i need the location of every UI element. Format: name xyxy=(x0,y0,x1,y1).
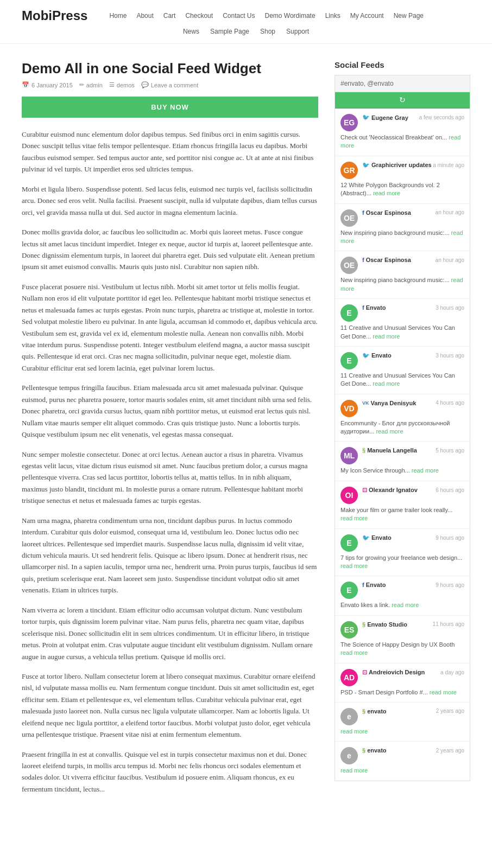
feed-readmore-14[interactable]: read more xyxy=(340,767,368,774)
social-feeds-title: Social Feeds xyxy=(335,60,470,69)
feed-item-9: E 🐦 Envato 9 hours ago 7 tips for gr xyxy=(335,529,470,577)
feed-readmore-8[interactable]: read more xyxy=(340,515,368,521)
feed-user-10: f Envato xyxy=(362,582,386,588)
nav-links[interactable]: Links xyxy=(325,12,340,20)
feed-meta-11: § Envato Studio 11 hours ago xyxy=(362,621,464,628)
feed-avatar-14: e xyxy=(340,747,358,764)
feed-time-2: an hour ago xyxy=(436,209,464,215)
nav-new-page[interactable]: New Page xyxy=(394,12,424,20)
feed-readmore-1[interactable]: read more xyxy=(373,190,400,196)
feed-time-9: 9 hours ago xyxy=(436,535,464,541)
feed-time-10: 9 hours ago xyxy=(436,582,464,588)
feed-text-8: Make your film or game trailer look real… xyxy=(340,506,464,523)
feed-time-12: a day ago xyxy=(440,669,464,675)
feed-header-10: E f Envato 9 hours ago xyxy=(340,582,464,599)
feed-readmore-5[interactable]: read more xyxy=(373,380,400,387)
feed-header-6: VD VK Vanya Denisyuk 4 hours ago xyxy=(340,400,464,417)
article-author: ✏ admin xyxy=(79,81,103,88)
envato-icon-14: § xyxy=(362,747,365,754)
envato-icon-11: § xyxy=(362,621,365,628)
feed-text-1: 12 White Polygon Backgrounds vol. 2 (Abs… xyxy=(340,181,464,198)
feed-user-12: ⊡ Andreiovich Design xyxy=(362,669,425,676)
nav-support[interactable]: Support xyxy=(286,28,309,35)
feed-readmore-6[interactable]: read more xyxy=(376,428,403,435)
feed-readmore-7[interactable]: read more xyxy=(412,467,439,474)
article-comment: 💬 Leave a comment xyxy=(141,81,198,88)
feed-meta-4: f Envato 3 hours ago xyxy=(362,304,464,311)
feed-header-13: e § envato 2 years ago xyxy=(340,708,464,725)
feed-text-6: Encommunity - Блог для русскоязычной ауд… xyxy=(340,419,464,436)
feed-meta-8: ⊡ Olexandr Ignatov 6 hours ago xyxy=(362,487,464,494)
nav-checkout[interactable]: Checkout xyxy=(185,12,213,20)
main-content: Demo All in one Social Feed Widget 📅 6 J… xyxy=(22,60,318,803)
feed-user-9: 🐦 Envato xyxy=(362,534,392,541)
feed-avatar-12: AD xyxy=(340,669,358,686)
feed-user-8: ⊡ Olexandr Ignatov xyxy=(362,487,418,494)
nav-about[interactable]: About xyxy=(136,12,153,20)
feed-readmore-11[interactable]: read more xyxy=(340,649,368,656)
site-logo[interactable]: MobiPress xyxy=(22,8,87,23)
feed-meta-6: VK Vanya Denisyuk 4 hours ago xyxy=(362,400,464,406)
feed-text-11: The Science of Happy Design by UX Booth … xyxy=(340,641,464,658)
feed-header-3: OE f Oscar Espinosa an hour ago xyxy=(340,257,464,274)
feed-item-7: ML § Manuela Langella 5 hours ago My xyxy=(335,442,470,481)
feed-avatar-8: OI xyxy=(340,487,358,504)
feed-text-3: New inspiring piano background music:...… xyxy=(340,276,464,293)
feed-avatar-10: E xyxy=(340,582,358,599)
feed-time-3: an hour ago xyxy=(436,257,464,263)
feed-item-5: E 🐦 Envato 3 hours ago 11 Creative a xyxy=(335,347,470,394)
feed-item-2: OE f Oscar Espinosa an hour ago New i xyxy=(335,204,470,252)
refresh-icon: ↻ xyxy=(399,96,406,104)
feed-time-6: 4 hours ago xyxy=(436,400,464,406)
feed-text-4: 11 Creative and Unusual Services You Can… xyxy=(340,324,464,341)
feed-header-8: OI ⊡ Olexandr Ignatov 6 hours ago xyxy=(340,487,464,504)
feed-avatar-6: VD xyxy=(340,400,358,417)
feed-header-9: E 🐦 Envato 9 hours ago xyxy=(340,534,464,552)
article-title: Demo All in one Social Feed Widget xyxy=(22,60,318,77)
feed-readmore-9[interactable]: read more xyxy=(340,563,368,569)
feed-readmore-13[interactable]: read more xyxy=(340,728,368,735)
article-body: Curabitur euismod nunc elementum dolor d… xyxy=(22,129,318,795)
nav-shop[interactable]: Shop xyxy=(260,28,275,35)
feed-text-0: Check out 'Neoclassical Breakbeat' on...… xyxy=(340,133,464,150)
category-icon: ☰ xyxy=(109,81,115,88)
feed-meta-13: § envato 2 years ago xyxy=(362,708,464,714)
nav-primary: Home About Cart Checkout Contact Us Demo… xyxy=(109,12,424,20)
twitter-icon-5: 🐦 xyxy=(362,352,370,359)
feed-readmore-4[interactable]: read more xyxy=(373,333,400,340)
feed-user-11: § Envato Studio xyxy=(362,621,407,628)
feed-time-7: 5 hours ago xyxy=(436,448,464,454)
buy-now-button[interactable]: BUY NOW xyxy=(22,97,318,118)
sidebar: Social Feeds #envato, @envato ↻ EG xyxy=(335,60,470,803)
article-paragraph-3: Donec mollis gravida dolor, ac faucibus … xyxy=(22,226,318,273)
feeds-refresh-bar[interactable]: ↻ xyxy=(335,92,470,108)
article-paragraph-1: Curabitur euismod nunc elementum dolor d… xyxy=(22,129,318,175)
nav-demo-wordimate[interactable]: Demo Wordimate xyxy=(264,12,315,20)
nav-my-account[interactable]: My Account xyxy=(350,12,384,20)
feed-time-14: 2 years ago xyxy=(436,748,464,754)
nav-sample-page[interactable]: Sample Page xyxy=(210,28,249,35)
feed-time-0: a few seconds ago xyxy=(419,114,464,120)
feed-header-0: EG 🐦 Eugene Gray a few seconds ago xyxy=(340,114,464,131)
nav-home[interactable]: Home xyxy=(109,12,127,20)
feed-user-5: 🐦 Envato xyxy=(362,352,392,359)
feed-text-14: read more xyxy=(340,767,464,775)
calendar-icon: 📅 xyxy=(22,81,29,88)
article-paragraph-5: Pellentesque tempus fringilla faucibus. … xyxy=(22,382,318,440)
article-category: ☰ demos xyxy=(109,81,135,88)
feed-time-4: 3 hours ago xyxy=(436,305,464,311)
article-paragraph-10: Praesent fringilla in est at convallis. … xyxy=(22,749,318,795)
pencil-icon: ✏ xyxy=(79,81,84,88)
feed-readmore-12[interactable]: read more xyxy=(430,689,457,695)
nav-news[interactable]: News xyxy=(183,28,199,35)
feed-user-3: f Oscar Espinosa xyxy=(362,257,411,263)
facebook-icon-10: f xyxy=(362,582,364,588)
nav-contact[interactable]: Contact Us xyxy=(223,12,255,20)
feed-time-1: a minute ago xyxy=(433,162,464,168)
feed-time-13: 2 years ago xyxy=(436,708,464,714)
feed-readmore-10[interactable]: read more xyxy=(392,602,419,608)
nav-cart[interactable]: Cart xyxy=(163,12,176,20)
feed-time-8: 6 hours ago xyxy=(436,487,464,493)
feeds-search-bar[interactable]: #envato, @envato xyxy=(335,75,470,92)
feed-item-6: VD VK Vanya Denisyuk 4 hours ago Enco xyxy=(335,394,470,442)
